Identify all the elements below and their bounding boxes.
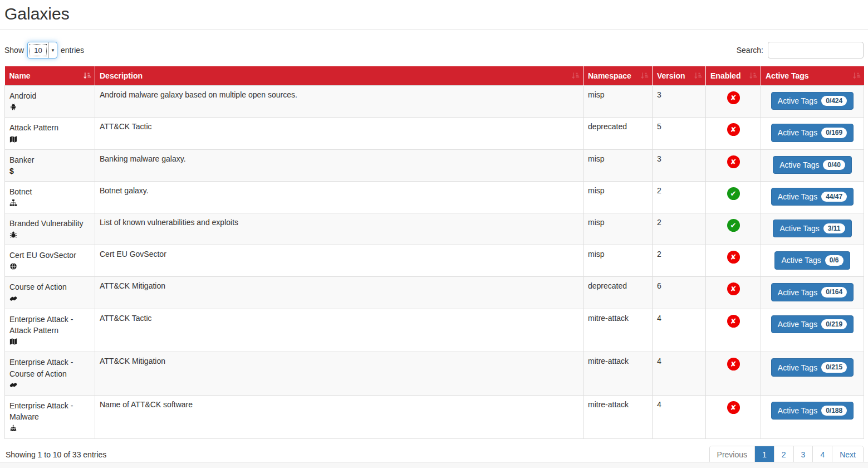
galaxy-namespace: mitre-attack [583, 309, 653, 352]
galaxy-version: 5 [653, 118, 706, 149]
times-circle-icon: ✘ [727, 282, 740, 295]
galaxy-version: 2 [653, 245, 706, 277]
table-footer: Showing 1 to 10 of 33 entries Previous12… [4, 446, 864, 464]
active-tags-button[interactable]: Active Tags 0/424 [771, 92, 854, 110]
galaxy-description: Botnet galaxy. [95, 181, 583, 213]
search-control: Search: [737, 42, 864, 58]
galaxy-version: 2 [653, 213, 706, 245]
sitemap-icon [9, 199, 17, 207]
galaxy-version: 6 [653, 277, 706, 309]
pagination: Previous1234Next [709, 446, 864, 464]
galaxy-description: Name of ATT&CK software [95, 395, 583, 438]
column-header-name[interactable]: Name [5, 66, 95, 86]
tags-count-badge: 0/424 [821, 96, 847, 106]
galaxy-name: Enterprise Attack - Attack Pattern [9, 314, 90, 337]
table-row: Botnet Botnet galaxy. misp 2 ✔ Active Ta… [5, 181, 864, 213]
column-header-description[interactable]: Description [95, 66, 583, 86]
galaxy-namespace: mitre-attack [583, 395, 653, 438]
search-label: Search: [737, 46, 763, 55]
galaxy-name: Course of Action [9, 281, 90, 292]
active-tags-button[interactable]: Active Tags 0/219 [771, 315, 854, 333]
table-row: Banker $ Banking malware galaxy. misp 3 … [5, 149, 864, 181]
active-tags-button[interactable]: Active Tags 0/40 [773, 156, 852, 174]
pagination-item-4[interactable]: 4 [812, 446, 832, 463]
galaxy-namespace: deprecated [583, 118, 653, 149]
chevron-down-icon: ▼ [48, 42, 57, 58]
galaxy-version: 4 [653, 309, 706, 352]
table-row: Branded Vulnerability List of known vuln… [5, 213, 864, 245]
tags-count-badge: 0/164 [821, 287, 847, 297]
active-tags-button[interactable]: Active Tags 0/6 [774, 251, 850, 269]
show-entries-value: 10 [28, 42, 48, 58]
galaxy-description: ATT&CK Mitigation [95, 277, 583, 309]
galaxy-version: 4 [653, 352, 706, 396]
tags-count-badge: 44/47 [821, 192, 847, 202]
galaxy-name: Cert EU GovSector [9, 250, 90, 261]
pagination-item-previous[interactable]: Previous [710, 446, 754, 463]
table-row: Enterprise Attack - Malware Name of ATT&… [5, 395, 864, 438]
active-tags-button[interactable]: Active Tags 44/47 [771, 188, 854, 206]
page-bottom-bar [0, 462, 868, 468]
pagination-item-next[interactable]: Next [832, 446, 863, 463]
table-row: Cert EU GovSector Cert EU GovSector misp… [5, 245, 864, 277]
android-icon [9, 103, 17, 111]
galaxy-description: ATT&CK Mitigation [95, 352, 583, 396]
galaxy-version: 3 [653, 86, 706, 118]
table-row: Android Android malware galaxy based on … [5, 86, 864, 118]
page-length-control: Show 10 ▼ entries [4, 42, 84, 58]
times-circle-icon: ✘ [727, 251, 740, 264]
table-row: Enterprise Attack - Course of Action ATT… [5, 352, 864, 396]
times-circle-icon: ✘ [727, 91, 740, 104]
active-tags-button[interactable]: Active Tags 0/215 [771, 358, 854, 376]
table-header-row: Name Description Namespace Version [5, 66, 864, 86]
table-controls: Show 10 ▼ entries Search: [4, 42, 864, 58]
galaxy-description: Android malware galaxy based on multiple… [95, 86, 583, 118]
show-entries-select[interactable]: 10 ▼ [27, 42, 57, 58]
sort-icon [640, 72, 649, 80]
times-circle-icon: ✘ [727, 358, 740, 370]
page-title: Galaxies [4, 0, 864, 29]
pagination-item-3[interactable]: 3 [793, 446, 813, 463]
entries-label: entries [61, 46, 84, 55]
active-tags-button[interactable]: Active Tags 0/164 [771, 283, 854, 301]
column-header-version[interactable]: Version [653, 66, 706, 86]
tags-count-badge: 0/40 [823, 160, 845, 170]
galaxy-name: Attack Pattern [9, 122, 90, 133]
active-tags-button[interactable]: Active Tags 0/188 [771, 402, 854, 420]
bug-icon [9, 231, 17, 238]
active-tags-button[interactable]: Active Tags 3/11 [773, 220, 851, 237]
sort-icon [852, 72, 861, 80]
sort-icon [571, 72, 580, 80]
galaxies-table: Name Description Namespace Version [4, 66, 864, 439]
show-label: Show [4, 46, 24, 55]
check-circle-icon: ✔ [727, 219, 740, 232]
column-header-active-tags[interactable]: Active Tags [761, 66, 864, 86]
sort-amount-asc-icon [83, 72, 91, 80]
times-circle-icon: ✘ [727, 155, 740, 168]
galaxy-description: Banking malware galaxy. [95, 149, 583, 181]
sort-icon [749, 72, 757, 80]
galaxy-namespace: mitre-attack [583, 352, 653, 396]
galaxy-description: Cert EU GovSector [95, 245, 583, 277]
galaxy-description: ATT&CK Tactic [95, 309, 583, 352]
tags-count-badge: 0/169 [821, 128, 847, 138]
galaxy-name: Banker [9, 154, 90, 165]
column-header-enabled[interactable]: Enabled [706, 66, 761, 86]
globe-icon [9, 262, 17, 270]
table-row: Enterprise Attack - Attack Pattern ATT&C… [5, 309, 864, 352]
galaxy-namespace: deprecated [583, 277, 653, 309]
galaxy-description: ATT&CK Tactic [95, 118, 583, 149]
pagination-item-1[interactable]: 1 [754, 446, 774, 463]
galaxy-name: Android [9, 90, 90, 101]
pagination-item-2[interactable]: 2 [774, 446, 793, 463]
tags-count-badge: 0/215 [821, 362, 847, 372]
search-input[interactable] [768, 42, 864, 58]
times-circle-icon: ✘ [727, 401, 740, 414]
times-circle-icon: ✘ [727, 123, 740, 136]
active-tags-button[interactable]: Active Tags 0/169 [771, 124, 854, 142]
map-icon [9, 338, 17, 345]
tags-count-badge: 0/219 [821, 319, 847, 329]
galaxy-description: List of known vulnerabilities and exploi… [95, 213, 583, 245]
link-icon [9, 295, 17, 303]
column-header-namespace[interactable]: Namespace [583, 66, 653, 86]
